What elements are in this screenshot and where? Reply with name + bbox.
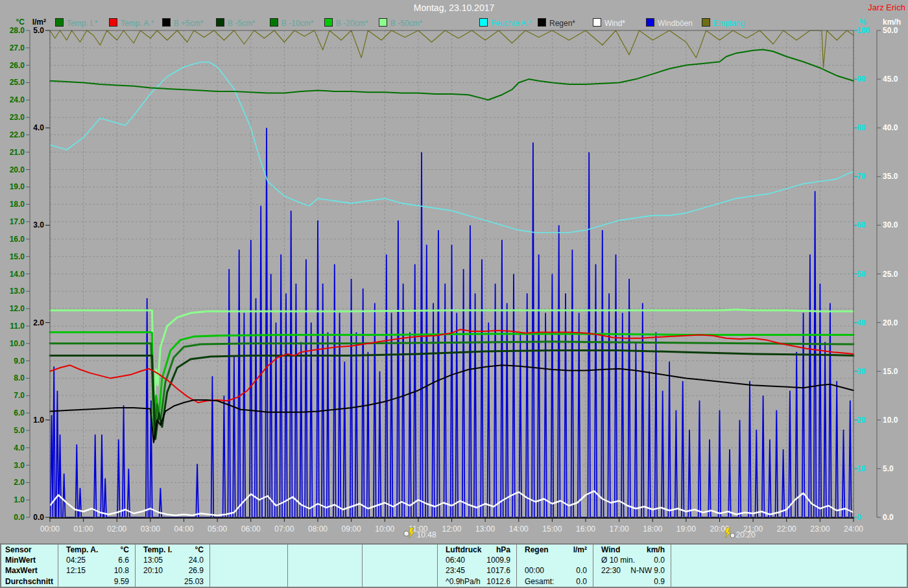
temp-tick-label: 15.0	[10, 252, 25, 261]
moon-icon	[730, 534, 735, 538]
rain-tick-label: 1.0	[33, 416, 44, 425]
x-tick-label: 07:00	[274, 524, 294, 534]
temp-tick-label: 12.0	[10, 304, 25, 313]
legend-item-temp_i: Temp. I.*	[55, 18, 97, 27]
stats-time: 12:15	[66, 565, 86, 576]
b_m10-swatch-icon	[270, 18, 278, 27]
feuchte-swatch-icon	[479, 18, 488, 27]
stats-value-row	[288, 555, 362, 565]
temp-tick-label: 13.0	[10, 287, 25, 296]
stats-value-row	[671, 565, 907, 576]
rain-axis-unit: l/m²	[32, 18, 46, 27]
temp-tick-label: 28.0	[10, 26, 25, 35]
temp-tick-label: 11.0	[10, 322, 25, 331]
temp-tick-label: 24.0	[10, 95, 25, 104]
temp-tick-label: 6.0	[14, 408, 25, 417]
stats-time: ^0.9hPa/h	[446, 576, 481, 587]
stats-value-row	[210, 565, 287, 576]
legend-item-b_m10: B -10cm*	[270, 18, 313, 27]
stats-value: 0.0	[576, 576, 587, 587]
windspeed-tick-label: 15.0	[883, 367, 898, 376]
sensor-name: Temp. A.	[66, 545, 98, 555]
stats-value-row: 23:451017.6	[438, 565, 516, 576]
humidity-tick-label: 100	[857, 26, 870, 35]
temp-tick-label: 19.0	[10, 182, 25, 191]
stats-column-header	[671, 545, 907, 555]
stats-value-row: 25.03	[136, 576, 209, 587]
temp-tick-label: 4.0	[14, 443, 25, 453]
stats-value: 25.03	[184, 576, 204, 587]
windspeed-tick-label: 0.0	[883, 513, 894, 522]
legend-label: B -20cm*	[336, 19, 368, 28]
x-tick-label: 04:00	[174, 524, 193, 534]
legend-item-b_p5: B +5cm*	[162, 18, 204, 27]
stats-column-header	[288, 545, 362, 555]
humidity-axis-unit: %	[859, 18, 866, 27]
stats-value-row: 04:256.6	[58, 555, 135, 565]
stats-column-temp-i-: Temp. I.°C13:0524.020:1026.925.03	[136, 545, 210, 587]
x-tick-label: 10:00	[375, 524, 394, 534]
temp-tick-label: 23.0	[10, 113, 25, 122]
temp-tick-label: 18.0	[10, 200, 25, 209]
chart-canvas: 00:0001:0002:0003:0004:0005:0006:0007:00…	[0, 0, 908, 543]
windspeed-tick-label: 25.0	[883, 270, 898, 279]
temp-axis-unit: °C	[16, 18, 25, 27]
stats-value-row	[671, 576, 907, 587]
legend-item-feuchte: Feuchte A.*	[479, 18, 531, 27]
stats-column-regen: Regenl/m²00:000.0Gesamt:0.0	[517, 545, 593, 587]
legend-label: B +5cm*	[174, 19, 204, 28]
stats-column-empty	[363, 545, 438, 587]
stats-value: 9.59	[114, 576, 129, 587]
x-tick-label: 15:00	[542, 524, 562, 534]
legend-item-temp_a: Temp. A.*	[109, 18, 154, 27]
summary-table: SensorMinWertMaxWertDurchschnittTemp. A.…	[0, 543, 908, 588]
stats-time: 22:30	[601, 565, 621, 576]
b_m20-swatch-icon	[324, 18, 333, 27]
humidity-tick-label: 60	[857, 220, 866, 229]
temp-tick-label: 7.0	[14, 391, 25, 400]
stats-value: 0.0	[576, 565, 587, 576]
stats-row-label: MinWert	[1, 555, 58, 565]
legend-label: B -50cm*	[390, 19, 422, 28]
windspeed-tick-label: 40.0	[883, 123, 898, 132]
stats-column-header: Temp. A.°C	[58, 545, 135, 555]
rain-tick-label: 0.0	[33, 513, 44, 522]
stats-value: 0.9	[654, 576, 665, 587]
stats-value-row	[288, 565, 362, 576]
windspeed-axis-unit: km/h	[883, 18, 901, 27]
x-tick-label: 08:00	[308, 524, 328, 534]
stats-value-row: Ø 10 min.0.0	[593, 555, 671, 565]
x-tick-label: 03:00	[141, 524, 160, 534]
stats-column-temp-a-: Temp. A.°C04:256.612:1510.89.59	[58, 545, 136, 587]
stats-row-label-text: Sensor	[5, 545, 32, 555]
stats-value: 24.0	[189, 555, 204, 565]
legend-item-regen: Regen*	[538, 18, 575, 27]
windspeed-tick-label: 20.0	[883, 318, 898, 327]
legend-label: Feuchte A.*	[491, 19, 531, 28]
stats-value-row: 06:401009.9	[438, 555, 516, 565]
sensor-unit: hPa	[496, 545, 510, 555]
stats-value: 26.9	[189, 565, 204, 576]
humidity-tick-label: 0	[857, 513, 861, 522]
x-tick-label: 22:00	[777, 524, 796, 534]
stats-column-empty	[210, 545, 288, 587]
temp-tick-label: 9.0	[14, 357, 25, 366]
sensor-name: Temp. I.	[143, 545, 172, 555]
stats-column-luftdruck: LuftdruckhPa06:401009.923:451017.6^0.9hP…	[438, 545, 517, 587]
stats-row-label: Sensor	[1, 545, 58, 555]
x-tick-label: 06:00	[241, 524, 261, 534]
temp-tick-label: 2.0	[14, 478, 25, 487]
stats-column-header: Windkm/h	[593, 545, 671, 555]
temp-tick-label: 21.0	[10, 148, 25, 157]
stats-value: 10.8	[114, 565, 129, 576]
stats-column-header: Temp. I.°C	[136, 545, 209, 555]
stats-value-row: 12:1510.8	[58, 565, 135, 576]
stats-value-row	[363, 565, 437, 576]
time-marker-label: 20:20	[736, 530, 756, 539]
windspeed-tick-label: 35.0	[883, 172, 898, 181]
stats-value-row	[210, 555, 287, 565]
stats-row-label-text: MaxWert	[5, 565, 38, 576]
stats-value-row: Gesamt:0.0	[517, 576, 593, 587]
stats-value-row	[517, 555, 593, 565]
stats-time: 00:00	[525, 565, 544, 576]
